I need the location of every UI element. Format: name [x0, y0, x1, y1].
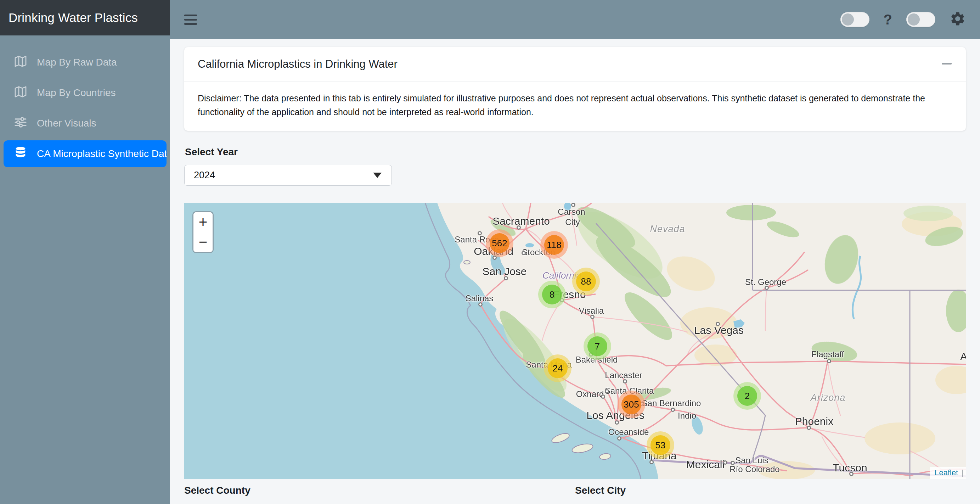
map-cluster-marker[interactable]: 8 — [538, 281, 566, 308]
sidebar-menu: Map By Raw Data Map By Countries Other V… — [0, 35, 170, 167]
map-place-label: San Jose — [482, 265, 527, 278]
map-city-dot — [504, 276, 508, 280]
map-place-label: Nevada — [650, 224, 685, 234]
map-city-dot — [649, 460, 654, 464]
zoom-in-button[interactable]: + — [193, 212, 213, 232]
map-city-dot — [601, 394, 605, 399]
sidebar: Drinking Water Plastics Map By Raw Data … — [0, 0, 170, 504]
map-city-dot — [623, 379, 627, 383]
toggle-knob — [908, 13, 920, 26]
sidebar-item-label: CA Microplastic Synthetic Data — [37, 148, 167, 159]
zoom-out-button[interactable]: − — [193, 232, 213, 252]
select-county-label: Select County — [184, 485, 575, 496]
leaflet-map[interactable]: CarsonCitySacramentoNevadaSanta RosaOakl… — [184, 203, 966, 479]
map-cluster-count: 7 — [587, 337, 607, 356]
map-cluster-marker[interactable]: 7 — [584, 332, 611, 360]
map-cluster-count: 8 — [542, 285, 562, 305]
sidebar-item-label: Other Visuals — [37, 118, 96, 129]
sidebar-item-map-by-countries[interactable]: Map By Countries — [3, 80, 167, 106]
map-place-label: Visalia — [579, 306, 604, 316]
map-cluster-marker[interactable]: 562 — [486, 229, 513, 257]
map-city-dot — [478, 302, 482, 306]
map-cluster-marker[interactable]: 118 — [540, 231, 568, 259]
map-place-label: A — [960, 351, 966, 362]
map-city-dot — [765, 285, 769, 290]
map-cluster-count: 2 — [737, 386, 757, 406]
map-place-label: Lancaster — [605, 370, 642, 380]
map-cluster-marker[interactable]: 2 — [733, 382, 761, 410]
map-place-label: Oceanside — [608, 427, 649, 437]
select-city-label: Select City — [575, 485, 966, 496]
map-place-label: City — [565, 217, 580, 227]
map-zoom-control: + − — [192, 211, 214, 253]
map-attribution: Leaflet | — [930, 467, 966, 479]
map-cluster-marker[interactable]: 53 — [647, 431, 674, 459]
map-city-dot — [671, 408, 675, 412]
sidebar-item-label: Map By Raw Data — [37, 57, 117, 68]
map-place-label: San Bernardino — [642, 399, 701, 408]
top-navbar: ? — [170, 0, 980, 39]
app-title: Drinking Water Plastics — [0, 0, 170, 35]
map-place-label: Mexicali — [686, 459, 725, 471]
map-place-label: Carson — [558, 207, 585, 217]
map-cluster-count: 53 — [651, 435, 670, 455]
map-cluster-marker[interactable]: 24 — [544, 354, 571, 382]
map-place-label: Arizona — [811, 392, 846, 404]
map-city-dot — [849, 472, 854, 476]
database-icon — [13, 146, 28, 162]
map-city-dot — [571, 203, 575, 207]
map-cluster-count: 118 — [544, 235, 564, 255]
map-icon — [13, 85, 28, 101]
toggle-switch-a[interactable] — [840, 12, 869, 27]
sidebar-item-ca-microplastic-synthetic-data[interactable]: CA Microplastic Synthetic Data — [3, 140, 167, 167]
map-city-dot — [517, 225, 521, 230]
help-button[interactable]: ? — [884, 12, 892, 28]
map-cluster-marker[interactable]: 305 — [617, 391, 645, 418]
map-place-label: Phoenix — [795, 415, 833, 427]
toggle-knob — [842, 13, 854, 26]
map-city-dot — [522, 251, 526, 255]
sliders-icon — [13, 115, 28, 132]
map-city-dot — [605, 389, 609, 394]
map-place-label: Oxnard — [576, 389, 604, 399]
attribution-separator: | — [962, 468, 964, 477]
map-place-label: Flagstaff — [811, 349, 844, 359]
card-collapse-minus-icon[interactable] — [942, 63, 951, 64]
map-icon — [13, 54, 28, 71]
map-cluster-count: 24 — [548, 358, 568, 378]
chevron-down-icon — [373, 172, 382, 178]
main-content: California Microplastics in Drinking Wat… — [170, 39, 980, 504]
map-cluster-count: 305 — [622, 394, 641, 414]
map-canvas: CarsonCitySacramentoNevadaSanta RosaOakl… — [184, 203, 966, 479]
card-title: California Microplastics in Drinking Wat… — [198, 58, 398, 70]
sidebar-toggle-hamburger-icon[interactable] — [184, 14, 197, 25]
leaflet-link[interactable]: Leaflet — [935, 468, 958, 477]
map-place-label: Las Vegas — [694, 324, 744, 337]
map-city-dot — [730, 461, 735, 465]
map-city-dot — [716, 322, 720, 326]
map-place-label: Salinas — [466, 293, 493, 303]
year-select-dropdown[interactable]: 2024 — [184, 165, 392, 186]
map-city-dot — [477, 231, 482, 235]
map-cluster-count: 88 — [576, 271, 596, 291]
sidebar-item-other-visuals[interactable]: Other Visuals — [3, 110, 167, 137]
sidebar-item-label: Map By Countries — [37, 87, 116, 99]
disclaimer-text: Disclaimer: The data presented in this t… — [184, 81, 966, 131]
map-city-dot — [827, 359, 831, 363]
select-year-label: Select Year — [185, 147, 965, 158]
map-city-dot — [807, 426, 811, 430]
map-cluster-count: 562 — [490, 233, 509, 253]
map-place-label: Indio — [678, 411, 696, 421]
card-header: California Microplastics in Drinking Wat… — [184, 47, 966, 81]
map-place-label: San Luis — [735, 455, 768, 466]
map-cluster-marker[interactable]: 88 — [572, 268, 600, 295]
map-city-dot — [617, 436, 622, 440]
map-city-dot — [723, 460, 727, 465]
year-select-value: 2024 — [194, 170, 215, 181]
toggle-switch-b[interactable] — [906, 12, 935, 27]
settings-gear-icon[interactable] — [950, 11, 966, 28]
sidebar-item-map-by-raw-data[interactable]: Map By Raw Data — [3, 49, 167, 76]
map-city-dot — [590, 315, 595, 319]
map-city-dot — [615, 420, 619, 424]
map-place-label: Río Colorado — [730, 464, 780, 474]
